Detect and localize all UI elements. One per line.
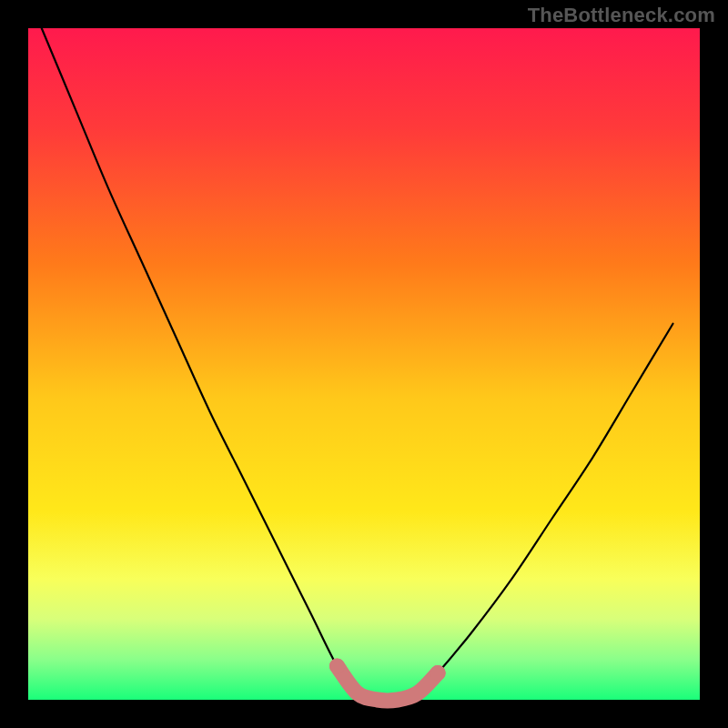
highlight-endpoint [329,659,345,674]
bottleneck-chart [0,0,728,728]
gradient-background [28,28,700,700]
chart-frame: TheBottleneck.com [0,0,728,728]
highlight-endpoint [430,665,446,681]
